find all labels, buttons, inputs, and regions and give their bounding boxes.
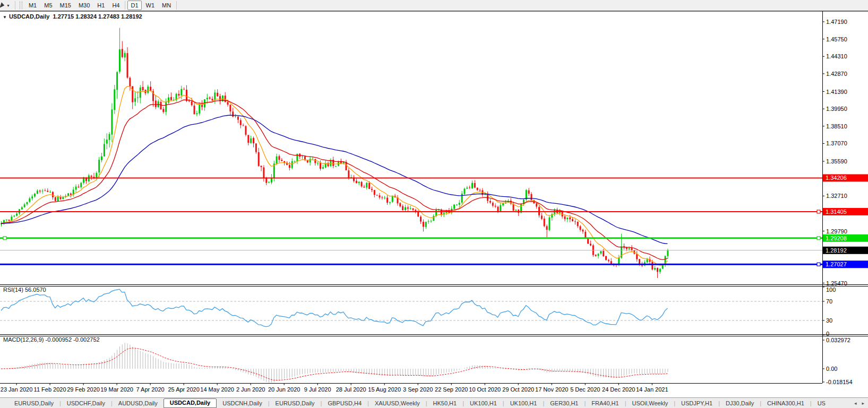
macd-signal-value: -0.002752 bbox=[73, 336, 100, 343]
tab-xauusd-weekly[interactable]: XAUUSD,Weekly bbox=[369, 399, 426, 407]
price-tag-text: 1.28192 bbox=[826, 247, 847, 254]
tab-us[interactable]: US bbox=[812, 399, 831, 407]
tab-usoil-weekly[interactable]: USOil,Weekly bbox=[626, 399, 674, 407]
timeframe-button-m1[interactable]: M1 bbox=[25, 1, 40, 10]
top-toolbar: ▼ M1M5M15M30H1H4D1W1MN bbox=[0, 0, 868, 11]
date-axis-label: 28 Jul 2020 bbox=[336, 386, 366, 393]
date-axis-label: 29 Feb 2020 bbox=[67, 386, 100, 393]
tab-gbpusd-h4[interactable]: GBPUSD,H4 bbox=[322, 399, 367, 407]
tab-audusd-daily[interactable]: AUDUSD,Daily bbox=[113, 399, 164, 407]
macd-signal-line bbox=[1, 348, 667, 380]
symbol-dropdown-icon[interactable]: ▼ bbox=[3, 15, 7, 20]
rsi-axis-tick: 0 bbox=[826, 331, 829, 337]
price-axis-tick: 1.29790 bbox=[826, 228, 847, 235]
date-axis-label: 15 Aug 2020 bbox=[368, 386, 401, 393]
tab-usdjpy-h1[interactable]: USDJPY,H1 bbox=[675, 399, 718, 407]
price-axis-tick: 1.32710 bbox=[826, 193, 847, 199]
date-axis-label: 2 Jun 2020 bbox=[236, 386, 265, 393]
price-axis-tick: 1.37070 bbox=[826, 140, 847, 146]
tab-eurusd-daily[interactable]: EURUSD,Daily bbox=[270, 399, 321, 407]
date-axis-label: 14 Jan 2021 bbox=[636, 386, 668, 393]
price-axis-tick: 1.25470 bbox=[826, 280, 847, 287]
rsi-axis-tick: 70 bbox=[826, 298, 832, 305]
date-axis-label: 17 Nov 2020 bbox=[535, 386, 568, 393]
tab-fra40-h1[interactable]: FRA40,H1 bbox=[586, 399, 624, 407]
price-axis-tick: 1.41390 bbox=[826, 89, 847, 95]
ma-slow-line bbox=[1, 115, 667, 244]
quote-close: 1.28192 bbox=[121, 13, 142, 20]
quote-open: 1.27715 bbox=[53, 13, 74, 20]
macd-axis-tick: 0.00 bbox=[826, 366, 837, 372]
tab-dj30-daily[interactable]: DJ30,Daily bbox=[720, 399, 760, 407]
tab-scroll-arrows: ◂ ▸ bbox=[848, 398, 867, 408]
rsi-axis-tick: 100 bbox=[826, 287, 836, 293]
timeframe-button-mn[interactable]: MN bbox=[159, 1, 174, 10]
toolbar-separator bbox=[15, 1, 15, 10]
timeframe-button-h4[interactable]: H4 bbox=[109, 1, 123, 10]
macd-indicator-label: MACD(12,26,9) -0.000952 -0.002752 bbox=[3, 336, 100, 343]
toolbar-separator bbox=[176, 1, 177, 10]
timeframe-button-w1[interactable]: W1 bbox=[143, 1, 158, 10]
price-axis-tick: 1.35590 bbox=[826, 158, 847, 164]
price-tag-text: 1.27027 bbox=[826, 261, 847, 267]
tab-usdcad-daily[interactable]: USDCAD,Daily bbox=[164, 398, 217, 408]
price-axis-tick: 1.44310 bbox=[826, 53, 847, 59]
date-axis-label: 25 Apr 2020 bbox=[168, 386, 199, 393]
ma-mid-line bbox=[1, 100, 667, 259]
date-axis-label: 24 Dec 2020 bbox=[602, 386, 635, 393]
toolbar-separator bbox=[125, 1, 125, 10]
chart-canvas[interactable]: 1.471901.457501.443101.428701.413901.399… bbox=[0, 11, 868, 397]
price-axis-tick: 1.45750 bbox=[826, 36, 847, 42]
timeframe-button-m30[interactable]: M30 bbox=[75, 1, 93, 10]
line-handle bbox=[817, 210, 820, 213]
tab-ger30-h1[interactable]: GER30,H1 bbox=[544, 399, 584, 407]
date-axis-label: 19 Mar 2020 bbox=[100, 386, 133, 393]
quote-high: 1.28324 bbox=[75, 13, 97, 20]
macd-axis-tick: -0.018154 bbox=[826, 379, 853, 385]
date-axis-label: 7 Apr 2020 bbox=[136, 386, 165, 393]
tab-hk50-h1[interactable]: HK50,H1 bbox=[427, 399, 463, 407]
tab-scroll-right-icon[interactable]: ▸ bbox=[859, 401, 867, 406]
price-axis-tick: 1.42870 bbox=[826, 71, 847, 77]
quote-low: 1.27483 bbox=[98, 13, 119, 20]
date-axis-label: 10 Oct 2020 bbox=[469, 386, 501, 393]
date-axis-label: 3 Sep 2020 bbox=[403, 386, 433, 393]
date-axis-label: 5 Dec 2020 bbox=[570, 386, 600, 393]
timeframe-button-m5[interactable]: M5 bbox=[41, 1, 55, 10]
symbol-label: USDCAD,Daily bbox=[9, 13, 49, 20]
date-axis-label: 23 Jan 2020 bbox=[1, 386, 33, 393]
macd-main-value: -0.000952 bbox=[45, 336, 72, 343]
cursor-tool-icon bbox=[0, 2, 5, 9]
tab-scroll-left-icon[interactable]: ◂ bbox=[852, 401, 860, 406]
date-axis-label: 9 Jul 2020 bbox=[304, 386, 331, 393]
price-axis-tick: 1.38510 bbox=[826, 123, 847, 129]
cursor-tool-button[interactable]: ▼ bbox=[0, 0, 13, 11]
tab-uk100-h1[interactable]: UK100,H1 bbox=[504, 399, 543, 407]
date-axis-label: 14 May 2020 bbox=[200, 386, 234, 393]
toolbar-grip-handle[interactable] bbox=[20, 2, 22, 9]
rsi-axis-tick: 30 bbox=[826, 317, 832, 324]
candlestick-plot[interactable] bbox=[1, 28, 668, 278]
tab-eurusd-daily[interactable]: EURUSD,Daily bbox=[8, 399, 59, 407]
timeframe-button-d1[interactable]: D1 bbox=[127, 1, 141, 10]
chart-window: 1.471901.457501.443101.428701.413901.399… bbox=[0, 11, 868, 397]
date-axis-label: 29 Oct 2020 bbox=[502, 386, 534, 393]
tab-usdcnh-daily[interactable]: USDCNH,Daily bbox=[217, 399, 268, 407]
line-handle bbox=[3, 237, 6, 240]
price-axis-tick: 1.47190 bbox=[826, 19, 847, 25]
price-tag-text: 1.34206 bbox=[826, 175, 847, 181]
tab-usdchf-daily[interactable]: USDCHF,Daily bbox=[61, 399, 111, 407]
price-axis-tick: 1.39950 bbox=[826, 106, 847, 112]
timeframe-button-h1[interactable]: H1 bbox=[94, 1, 108, 10]
tab-uk100-h1[interactable]: UK100,H1 bbox=[464, 399, 503, 407]
tab-china300-h1[interactable]: CHINA300,H1 bbox=[761, 399, 810, 407]
chevron-down-icon[interactable]: ▼ bbox=[6, 4, 10, 7]
symbol-tab-bar: EURUSD,Daily|USDCHF,Daily|AUDUSD,DailyUS… bbox=[0, 397, 868, 408]
date-axis-label: 20 Jun 2020 bbox=[268, 386, 300, 393]
timeframe-button-m15[interactable]: M15 bbox=[57, 1, 74, 10]
macd-axis-tick: 0.032972 bbox=[826, 337, 850, 343]
rsi-line bbox=[1, 289, 667, 326]
date-axis-label: 22 Sep 2020 bbox=[435, 386, 468, 393]
date-axis-label: 11 Feb 2020 bbox=[34, 386, 66, 393]
price-tag-text: 1.29208 bbox=[826, 235, 847, 241]
